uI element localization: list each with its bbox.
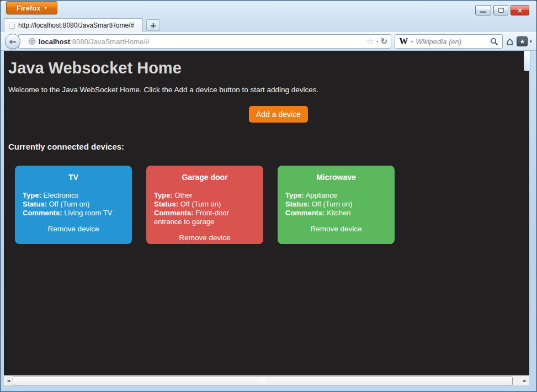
url-bar[interactable]: localhost:8080/JavaSmartHome/# ☆ ▾ ↻ — [18, 34, 391, 49]
device-status-line: Status: Off (Turn on) — [23, 200, 124, 209]
device-status-line: Status: Off (Turn on) — [154, 200, 256, 209]
browser-window: Firefox ▾ × http://localhost:8080/JavaSm… — [0, 0, 537, 392]
url-path: :8080/JavaSmartHome/# — [70, 38, 150, 46]
minimize-icon — [480, 11, 486, 13]
status-label: Status: — [154, 200, 178, 208]
device-name: Garage door — [154, 173, 256, 182]
device-type-line: Type: Other — [154, 191, 256, 200]
search-icon[interactable] — [490, 38, 498, 46]
device-card-tv: TV Type: Electronics Status: Off (Turn o… — [15, 166, 132, 244]
devices-heading: Currently connected devices: — [8, 142, 529, 151]
device-card-microwave: Microwave Type: Appliance Status: Off (T… — [278, 166, 395, 244]
url-text: localhost:8080/JavaSmartHome/# — [39, 38, 150, 46]
remove-device-link[interactable]: Remove device — [23, 225, 124, 233]
comments-label: Comments: — [154, 209, 194, 217]
device-name: TV — [23, 173, 124, 182]
welcome-text: Welcome to the Java WebSocket Home. Clic… — [8, 86, 529, 94]
favicon-placeholder-icon — [9, 23, 15, 29]
minimize-button[interactable] — [475, 5, 491, 15]
device-status-toggle[interactable]: Off (Turn on) — [49, 200, 90, 208]
url-dropdown-icon[interactable]: ▾ — [376, 39, 379, 44]
vertical-scrollbar-thumb[interactable] — [524, 50, 530, 71]
scrollbar-grip-icon — [261, 379, 262, 383]
bookmarks-dropdown-icon: ▾ — [529, 39, 532, 44]
page-title: Java Websocket Home — [8, 59, 529, 77]
home-button[interactable]: ⌂ — [506, 36, 513, 47]
device-type-value: Electronics — [43, 191, 78, 199]
remove-device-link[interactable]: Remove device — [154, 234, 256, 242]
scrollbar-grip-icon — [263, 379, 263, 383]
chevron-down-icon: ▾ — [44, 5, 47, 10]
search-box[interactable]: W ▾ Wikipedia (en) — [395, 34, 503, 49]
close-icon: × — [517, 6, 523, 14]
device-status-line: Status: Off (Turn on) — [285, 200, 387, 209]
device-comments-line: Comments: Living room TV — [23, 209, 124, 218]
device-cards: TV Type: Electronics Status: Off (Turn o… — [15, 166, 529, 244]
navigation-toolbar: ← localhost:8080/JavaSmartHome/# ☆ ▾ ↻ W… — [1, 32, 536, 51]
comments-label: Comments: — [285, 209, 325, 217]
device-card-garage-door: Garage door Type: Other Status: Off (Tur… — [146, 166, 263, 244]
browser-chrome: Firefox ▾ × http://localhost:8080/JavaSm… — [1, 1, 536, 51]
device-name: Microwave — [285, 173, 387, 182]
horizontal-scrollbar-thumb[interactable] — [13, 377, 513, 385]
search-input[interactable]: Wikipedia (en) — [416, 38, 487, 46]
device-comments-line: Comments: Kitchen — [285, 209, 387, 218]
device-comments-value: Kitchen — [327, 209, 350, 217]
firefox-menu-label: Firefox — [17, 4, 40, 12]
close-button[interactable]: × — [511, 5, 529, 15]
firefox-menu-button[interactable]: Firefox ▾ — [6, 1, 57, 14]
search-engine-logo[interactable]: W — [399, 36, 408, 46]
tab-title: http://localhost:8080/JavaSmartHome/# — [18, 22, 134, 29]
horizontal-scrollbar[interactable]: ◄ ► — [4, 375, 529, 385]
reload-icon[interactable]: ↻ — [381, 36, 388, 46]
tab-javasmarthome[interactable]: http://localhost:8080/JavaSmartHome/# — [4, 18, 143, 32]
status-label: Status: — [23, 200, 47, 208]
device-type-value: Appliance — [306, 191, 337, 199]
scroll-left-icon[interactable]: ◄ — [4, 378, 13, 383]
add-device-button[interactable]: Add a device — [249, 106, 308, 123]
scrollbar-grip-icon — [264, 379, 265, 383]
comments-label: Comments: — [23, 209, 62, 217]
page-content: Java Websocket Home Welcome to the Java … — [4, 51, 529, 375]
search-engine-dropdown-icon[interactable]: ▾ — [411, 39, 413, 44]
globe-icon — [28, 37, 36, 46]
bookmark-star-outline-icon[interactable]: ☆ — [366, 36, 374, 46]
window-controls: × — [475, 5, 529, 15]
type-label: Type: — [285, 191, 304, 199]
device-status-toggle[interactable]: Off (Turn on) — [180, 200, 221, 208]
tab-bar: http://localhost:8080/JavaSmartHome/# + — [1, 18, 536, 32]
bookmarks-star-icon: ★ — [517, 36, 528, 46]
status-label: Status: — [285, 200, 310, 208]
new-tab-button[interactable]: + — [146, 19, 160, 31]
bookmarks-menu-button[interactable]: ★ ▾ — [517, 36, 532, 46]
add-device-row: Add a device — [4, 106, 529, 123]
device-status-toggle[interactable]: Off (Turn on) — [312, 200, 353, 208]
horizontal-scrollbar-track[interactable] — [13, 376, 520, 386]
back-button[interactable]: ← — [5, 34, 20, 49]
device-comments-line: Comments: Front-door entrance to garage — [154, 209, 256, 226]
device-type-value: Other — [174, 191, 193, 199]
restore-icon — [498, 8, 504, 13]
device-comments-value: Living room TV — [64, 209, 112, 217]
remove-device-link[interactable]: Remove device — [285, 225, 387, 233]
type-label: Type: — [23, 191, 41, 199]
restore-button[interactable] — [493, 5, 508, 15]
device-type-line: Type: Electronics — [23, 191, 124, 200]
url-host: localhost — [39, 38, 70, 46]
scroll-right-icon[interactable]: ► — [520, 378, 529, 383]
type-label: Type: — [154, 191, 173, 199]
device-type-line: Type: Appliance — [285, 191, 387, 200]
